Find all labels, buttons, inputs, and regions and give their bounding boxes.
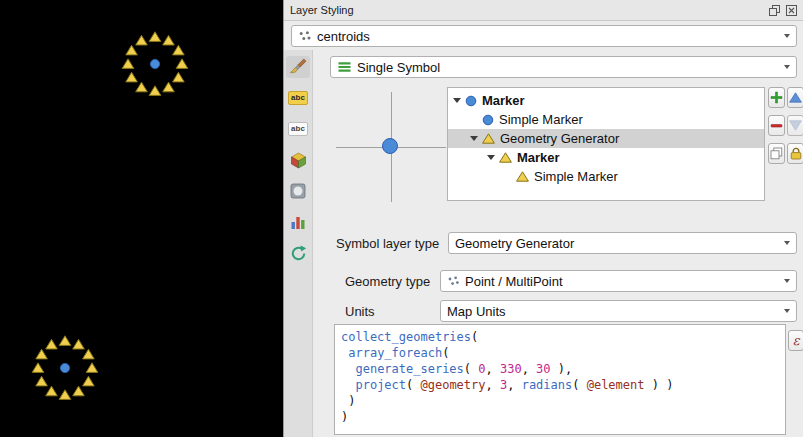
sidebar-item-masks[interactable] <box>286 180 310 202</box>
units-selector[interactable]: Map Units <box>440 300 797 322</box>
layer-selector[interactable]: centroids <box>291 25 797 47</box>
symbol-tree-label: Simple Marker <box>534 169 618 184</box>
marker-blue-circle-icon <box>465 95 477 107</box>
symbol-tree-row[interactable]: Geometry Generator <box>448 129 764 148</box>
layer-styling-panel: Layer Styling centroids abcabc Single Sy… <box>283 0 803 437</box>
panel-window-controls <box>768 4 797 16</box>
symbol-preview-marker <box>382 138 398 154</box>
triangle-marker <box>149 86 161 96</box>
triangle-marker <box>126 45 138 55</box>
triangle-marker <box>46 339 58 349</box>
sidebar-item-3d-view[interactable] <box>286 149 310 171</box>
diagrams-icon <box>290 214 306 230</box>
history-icon <box>290 245 307 262</box>
remove-symbol-layer-button[interactable] <box>768 115 785 136</box>
labels-abc-icon: abc <box>288 91 308 105</box>
expression-line: collect_geometries( <box>341 329 779 345</box>
lock-icon <box>790 147 802 160</box>
expression-line: array_foreach( <box>341 345 779 361</box>
renderer-selector[interactable]: Single Symbol <box>330 56 797 78</box>
expand-collapse-icon[interactable] <box>469 133 480 144</box>
duplicate-icon <box>770 147 783 160</box>
symbol-tree-label: Marker <box>482 93 525 108</box>
sidebar-item-symbology[interactable] <box>286 56 310 78</box>
styling-tabs-toolbar: abcabc <box>284 50 313 437</box>
expression-line: ) <box>341 409 779 425</box>
duplicate-symbol-layer-button[interactable] <box>768 143 785 164</box>
triangle-down-icon <box>789 120 802 131</box>
close-icon[interactable] <box>785 4 797 16</box>
sidebar-item-diagrams[interactable] <box>286 211 310 233</box>
triangle-marker <box>86 363 98 373</box>
symbol-tree-row[interactable]: Simple Marker <box>448 167 764 186</box>
symbol-tree-label: Simple Marker <box>499 112 583 127</box>
expression-builder-button[interactable]: ε <box>788 330 803 351</box>
geometry-type-label: Geometry type <box>345 270 430 292</box>
triangle-marker <box>176 59 188 69</box>
symbol-tree-label: Marker <box>517 150 560 165</box>
expression-line: project( @geometry, 3, radians( @element… <box>341 377 779 393</box>
sidebar-item-labels[interactable]: abc <box>286 87 310 109</box>
map-canvas[interactable] <box>0 0 283 437</box>
layer-selector-value: centroids <box>317 29 370 44</box>
marker-yellow-triangle-icon <box>482 133 495 144</box>
symbol-tree-row[interactable]: Simple Marker <box>448 110 764 129</box>
minus-icon <box>770 119 783 132</box>
lock-color-button[interactable] <box>787 143 803 164</box>
expand-collapse-icon[interactable] <box>452 95 463 106</box>
cube-3d-icon <box>290 152 307 169</box>
marker-blue-circle-icon <box>482 114 494 126</box>
triangle-marker <box>122 59 134 69</box>
sidebar-item-history[interactable] <box>286 242 310 264</box>
indent-spacer <box>469 114 480 125</box>
plus-icon <box>770 91 783 104</box>
marker-yellow-triangle-icon <box>516 171 529 182</box>
marker-yellow-triangle-icon <box>499 152 512 163</box>
geometry-type-value: Point / MultiPoint <box>465 274 563 289</box>
geometry-type-selector[interactable]: Point / MultiPoint <box>440 270 797 292</box>
move-down-button[interactable] <box>787 115 803 136</box>
move-up-button[interactable] <box>787 87 803 108</box>
point-geometry-icon <box>447 275 460 287</box>
triangle-marker <box>173 45 185 55</box>
symbol-tree-row[interactable]: Marker <box>448 91 764 110</box>
paintbrush-icon <box>289 58 307 76</box>
add-symbol-layer-button[interactable] <box>768 87 785 108</box>
triangle-marker <box>59 336 71 346</box>
triangle-marker <box>73 386 85 396</box>
sidebar-item-callouts[interactable]: abc <box>286 118 310 140</box>
triangle-marker <box>36 349 48 359</box>
centroid-point <box>60 363 69 372</box>
masks-icon <box>290 183 306 199</box>
triangle-marker <box>163 82 175 92</box>
expression-line: generate_series( 0, 330, 30 ), <box>341 361 779 377</box>
symbol-layer-type-selector[interactable]: Geometry Generator <box>448 232 797 254</box>
symbol-layer-type-label: Symbol layer type <box>336 232 439 254</box>
symbol-tree-row[interactable]: Marker <box>448 148 764 167</box>
triangle-marker <box>36 376 48 386</box>
triangle-up-icon <box>789 92 802 103</box>
triangle-marker <box>46 386 58 396</box>
centroid-point <box>150 59 159 68</box>
units-label: Units <box>345 300 375 322</box>
renderer-selector-value: Single Symbol <box>357 60 440 75</box>
triangle-marker <box>136 35 148 45</box>
triangle-marker <box>59 390 71 400</box>
triangle-marker <box>173 72 185 82</box>
units-value: Map Units <box>447 304 506 319</box>
expression-line: ) <box>341 393 779 409</box>
qgis-window: Layer Styling centroids abcabc Single Sy… <box>0 0 803 437</box>
single-symbol-icon <box>337 61 352 73</box>
expand-collapse-icon[interactable] <box>486 152 497 163</box>
expression-editor[interactable]: collect_geometries( array_foreach( gener… <box>334 324 786 435</box>
float-window-icon[interactable] <box>768 4 780 16</box>
callouts-abc-icon: abc <box>288 122 308 136</box>
triangle-marker <box>83 376 95 386</box>
triangle-marker <box>136 82 148 92</box>
triangle-marker <box>73 339 85 349</box>
map-markers-layer <box>0 0 283 437</box>
panel-titlebar: Layer Styling <box>284 0 803 21</box>
point-layer-icon <box>298 30 312 42</box>
triangle-marker <box>32 363 44 373</box>
symbol-layers-tree: MarkerSimple MarkerGeometry GeneratorMar… <box>447 87 765 201</box>
